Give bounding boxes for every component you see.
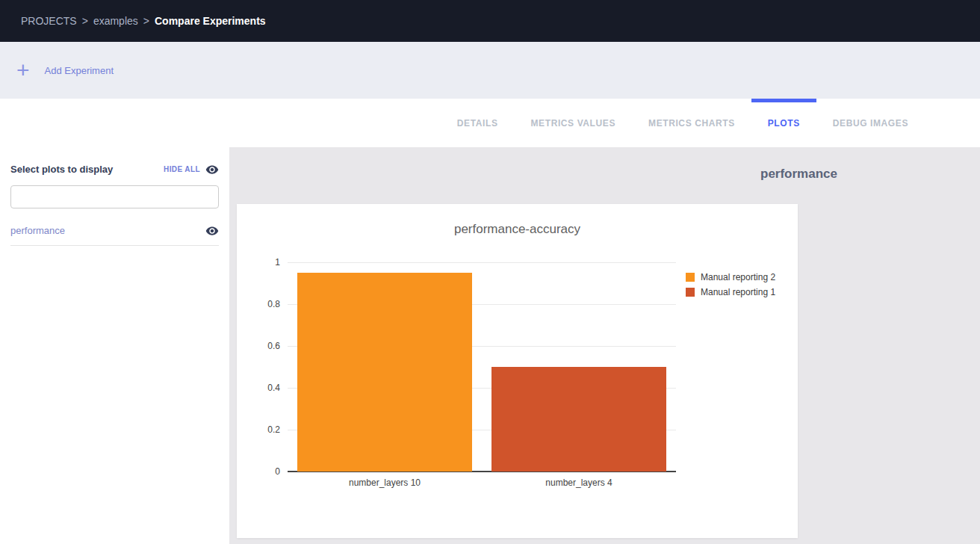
hide-all-label: HIDE ALL (164, 165, 200, 173)
chart-bar (297, 273, 472, 472)
plot-item-label: performance (10, 225, 65, 236)
tab-plots[interactable]: PLOTS (751, 99, 816, 147)
add-experiment-button[interactable]: + Add Experiment (16, 59, 114, 81)
breadcrumb-separator: > (82, 15, 88, 27)
plot-list-item[interactable]: performance (10, 223, 219, 246)
legend-label: Manual reporting 1 (701, 287, 775, 297)
plot-group-title: performance (760, 167, 837, 182)
chart-legend: Manual reporting 2Manual reporting 1 (686, 270, 775, 300)
breadcrumb-separator: > (143, 15, 149, 27)
top-bar: PROJECTS > examples > Compare Experiment… (0, 0, 980, 42)
plot-filter-input[interactable] (10, 185, 219, 208)
plot-visibility-toggle[interactable] (205, 226, 219, 236)
toolbar: + Add Experiment (0, 42, 980, 99)
tab-metrics-charts[interactable]: METRICS CHARTS (632, 99, 751, 147)
y-axis-tick-label: 1 (237, 257, 280, 268)
y-axis-tick-label: 0 (237, 466, 280, 477)
breadcrumb-projects[interactable]: PROJECTS (21, 15, 77, 27)
tab-details[interactable]: DETAILS (441, 99, 515, 147)
legend-label: Manual reporting 2 (701, 272, 775, 282)
breadcrumb-examples[interactable]: examples (93, 15, 138, 27)
tab-bar: DETAILS METRICS VALUES METRICS CHARTS PL… (0, 99, 980, 147)
eye-icon (205, 226, 219, 236)
y-axis-tick-label: 0.4 (237, 383, 280, 393)
chart-bar (491, 367, 666, 472)
hide-all-button[interactable]: HIDE ALL (164, 164, 219, 175)
y-axis-tick-label: 0.2 (237, 424, 280, 435)
breadcrumb: PROJECTS > examples > Compare Experiment… (21, 15, 266, 27)
eye-icon (205, 164, 219, 175)
sidebar-header: Select plots to display HIDE ALL (10, 164, 219, 175)
y-axis-tick-label: 0.8 (237, 299, 280, 309)
select-plots-title: Select plots to display (10, 164, 113, 175)
legend-item[interactable]: Manual reporting 2 (686, 270, 775, 285)
plot-selector-sidebar: Select plots to display HIDE ALL perform… (0, 147, 229, 544)
legend-swatch (686, 273, 695, 282)
breadcrumb-current-page: Compare Experiments (155, 15, 266, 27)
plots-panel: performance performance-accuracy Manual … (229, 147, 980, 544)
chart-title: performance-accuracy (237, 222, 798, 237)
legend-item[interactable]: Manual reporting 1 (686, 285, 775, 300)
gridline (288, 262, 676, 263)
tab-metrics-values[interactable]: METRICS VALUES (515, 99, 633, 147)
plus-icon: + (16, 59, 30, 81)
x-axis-tick-label: number_layers 4 (482, 477, 676, 488)
plot-card: performance-accuracy Manual reporting 2M… (237, 204, 798, 538)
add-experiment-label: Add Experiment (45, 65, 114, 76)
content: Select plots to display HIDE ALL perform… (0, 147, 980, 544)
tab-debug-images[interactable]: DEBUG IMAGES (816, 99, 925, 147)
x-axis-tick-label: number_layers 10 (288, 477, 482, 488)
y-axis-tick-label: 0.6 (237, 341, 280, 351)
legend-swatch (686, 288, 695, 297)
plot-area (288, 262, 676, 472)
